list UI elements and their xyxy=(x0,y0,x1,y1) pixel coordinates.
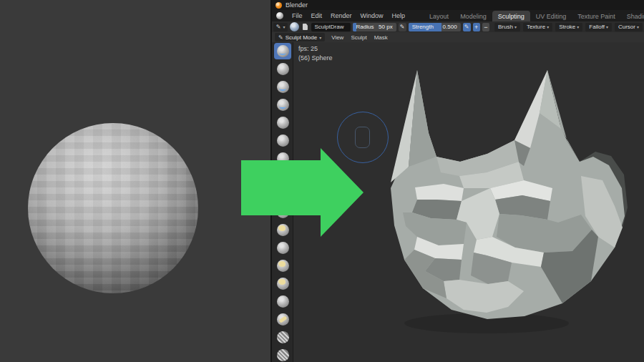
strength-value: 0.500 xyxy=(443,24,457,30)
mode-label: Sculpt Mode xyxy=(286,34,317,41)
radius-label: Radius xyxy=(356,24,374,30)
viewport-menu-view[interactable]: View xyxy=(328,34,347,41)
mode-selector[interactable]: ✎ Sculpt Mode ▾ xyxy=(275,33,325,41)
tab-layout[interactable]: Layout xyxy=(424,11,454,21)
popover-brush[interactable]: Brush▾ xyxy=(494,23,520,31)
pen-icon: ✎ xyxy=(400,24,405,30)
subtract-button[interactable]: − xyxy=(482,23,489,31)
tool-settings-bar: ✎ ▾ SculptDraw Radius 50 px ✎ Strength 0… xyxy=(272,21,644,32)
popover-label: Texture xyxy=(527,24,545,30)
popover-label: Falloff xyxy=(589,24,605,30)
viewport-menu-sculpt[interactable]: Sculpt xyxy=(347,34,370,41)
new-brush-button[interactable] xyxy=(301,23,308,31)
strength-label: Strength xyxy=(412,24,434,30)
screenshot-root: Blender FileEditRenderWindowHelp LayoutM… xyxy=(0,0,644,362)
popover-group: Brush▾Texture▾Stroke▾Falloff▾Cursor▾ xyxy=(494,23,643,31)
chevron-down-icon: ▾ xyxy=(547,24,549,29)
brush-settings-icon[interactable]: ✎ ▾ xyxy=(273,23,288,31)
tab-sculpting[interactable]: Sculpting xyxy=(492,11,530,21)
blender-menu-icon[interactable] xyxy=(276,12,283,19)
tab-texture-paint[interactable]: Texture Paint xyxy=(572,11,621,21)
chevron-down-icon: ▾ xyxy=(637,24,639,29)
menu-window[interactable]: Window xyxy=(356,11,388,21)
title-bar: Blender xyxy=(272,0,644,10)
strength-slider[interactable]: Strength 0.500 xyxy=(409,23,461,31)
tab-modeling[interactable]: Modeling xyxy=(454,11,492,21)
radius-slider[interactable]: Radius 50 px xyxy=(353,23,396,31)
popover-label: Brush xyxy=(498,24,513,30)
tab-shading[interactable]: Shading xyxy=(621,11,644,21)
menu-file[interactable]: File xyxy=(288,11,307,21)
brush-glyph-icon: ✎ xyxy=(276,24,281,30)
uv-sphere-model[interactable] xyxy=(28,123,198,293)
popover-stroke[interactable]: Stroke▾ xyxy=(555,23,582,31)
radius-pressure-toggle[interactable]: ✎ xyxy=(399,23,406,31)
popover-texture[interactable]: Texture▾ xyxy=(523,23,552,31)
radius-value: 50 px xyxy=(379,24,393,30)
pen-icon: ✎ xyxy=(464,24,469,30)
viewport-menu-mask[interactable]: Mask xyxy=(371,34,391,41)
chevron-down-icon: ▾ xyxy=(606,24,608,29)
chevron-down-icon: ▾ xyxy=(283,24,286,29)
green-arrow xyxy=(236,143,369,243)
brush-preview-icon[interactable] xyxy=(290,22,299,31)
popover-label: Cursor xyxy=(618,24,635,30)
menu-render[interactable]: Render xyxy=(326,11,356,21)
menu-edit[interactable]: Edit xyxy=(307,11,327,21)
menu-bar: FileEditRenderWindowHelp LayoutModelingS… xyxy=(272,10,644,21)
popover-falloff[interactable]: Falloff▾ xyxy=(585,23,612,31)
strength-pressure-toggle[interactable]: ✎ xyxy=(463,23,471,31)
window-title: Blender xyxy=(286,1,308,9)
viewport-menus: ViewSculptMask xyxy=(328,34,391,41)
new-file-icon xyxy=(303,24,308,30)
viewport-header: ✎ Sculpt Mode ▾ ViewSculptMask xyxy=(272,32,644,42)
add-button[interactable]: + xyxy=(473,23,480,31)
popover-label: Stroke xyxy=(559,24,575,30)
workspace-tabs: LayoutModelingSculptingUV EditingTexture… xyxy=(424,10,644,21)
chevron-down-icon: ▾ xyxy=(514,24,517,29)
before-viewport xyxy=(0,0,270,362)
sculpt-mode-icon: ✎ xyxy=(278,34,283,41)
brush-name-field[interactable]: SculptDraw xyxy=(311,23,351,31)
app-menus: FileEditRenderWindowHelp xyxy=(288,11,409,21)
tab-uv-editing[interactable]: UV Editing xyxy=(530,11,572,21)
popover-cursor[interactable]: Cursor▾ xyxy=(615,23,643,31)
blender-logo-icon xyxy=(275,2,282,9)
chevron-down-icon: ▾ xyxy=(577,24,579,29)
chevron-down-icon: ▾ xyxy=(319,35,321,40)
menu-help[interactable]: Help xyxy=(388,11,410,21)
